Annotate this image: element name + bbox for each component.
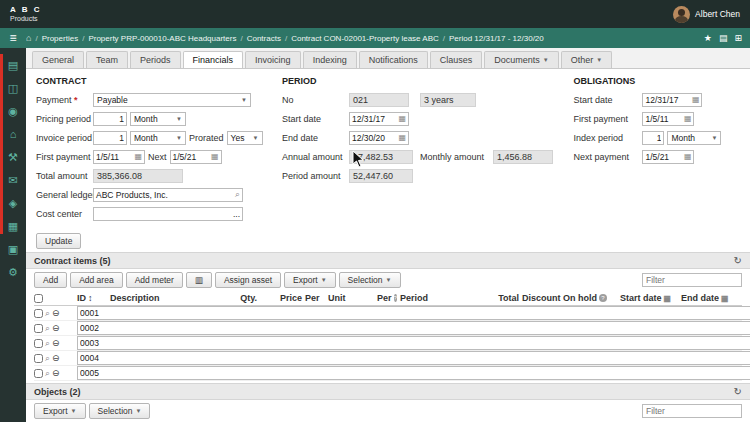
hamburger-menu-icon[interactable]: ≡ bbox=[0, 31, 26, 45]
obligations-start-date[interactable]: 12/31/17▦ bbox=[642, 93, 702, 107]
col-unit[interactable]: Unit bbox=[328, 293, 374, 303]
col-start-date[interactable]: Start date bbox=[620, 293, 662, 303]
tasks-icon[interactable]: ▤ bbox=[8, 60, 18, 71]
calendar-icon[interactable]: ▦ bbox=[684, 152, 692, 161]
print-icon[interactable]: ▤ bbox=[719, 33, 728, 43]
assign-asset-button[interactable]: Assign asset bbox=[215, 272, 281, 288]
magnifier-icon[interactable]: ⌕ bbox=[235, 189, 240, 200]
col-id[interactable]: ID bbox=[77, 293, 86, 303]
item-id-input[interactable] bbox=[77, 321, 750, 335]
general-ledger-field[interactable]: ABC Products, Inc.⌕ bbox=[93, 188, 243, 202]
calendar-icon[interactable]: ▦ bbox=[684, 114, 692, 123]
export-button[interactable]: Export▼ bbox=[284, 272, 336, 288]
payment-select[interactable]: Payable▼ bbox=[93, 93, 251, 107]
breadcrumb-item-period[interactable]: Period 12/31/17 - 12/30/20 bbox=[449, 34, 544, 43]
invoice-period-qty-input[interactable] bbox=[93, 131, 127, 145]
properties-icon[interactable]: ⌂ bbox=[10, 129, 17, 140]
row-checkbox[interactable] bbox=[34, 324, 43, 333]
calendar-icon[interactable]: ▦ bbox=[398, 133, 406, 142]
export-button[interactable]: Export▼ bbox=[34, 403, 86, 419]
remove-icon[interactable]: ⊖ bbox=[52, 338, 60, 348]
refresh-icon[interactable]: ↻ bbox=[734, 386, 742, 397]
col-per2[interactable]: Per bbox=[377, 293, 392, 303]
obligations-next-payment-date[interactable]: 1/5/21▦ bbox=[642, 150, 694, 164]
star-icon[interactable]: ★ bbox=[704, 33, 712, 43]
filter-input[interactable] bbox=[642, 404, 742, 418]
col-discount[interactable]: Discount bbox=[522, 293, 560, 303]
tab-clauses[interactable]: Clauses bbox=[430, 51, 483, 68]
invoice-period-unit-select[interactable]: Month▼ bbox=[130, 131, 186, 145]
item-id-input[interactable] bbox=[77, 306, 750, 320]
add-meter-button[interactable]: Add meter bbox=[126, 272, 183, 288]
tab-team[interactable]: Team bbox=[86, 51, 128, 68]
magnifier-icon[interactable]: ⌕ bbox=[45, 353, 50, 364]
col-per1[interactable]: Per bbox=[305, 293, 325, 303]
pricing-period-unit-select[interactable]: Month▼ bbox=[130, 112, 186, 126]
mail-icon[interactable]: ✉ bbox=[8, 175, 17, 186]
info-icon[interactable]: ? bbox=[394, 294, 397, 302]
calendar-icon[interactable]: ▦ bbox=[692, 95, 700, 104]
user-menu[interactable]: Albert Chen bbox=[673, 6, 740, 23]
magnifier-icon[interactable]: ⌕ bbox=[45, 338, 50, 349]
remove-icon[interactable]: ⊖ bbox=[52, 308, 60, 318]
row-checkbox[interactable] bbox=[34, 339, 43, 348]
remove-icon[interactable]: ⊖ bbox=[52, 353, 60, 363]
select-all-checkbox[interactable] bbox=[34, 294, 43, 303]
magnifier-icon[interactable]: ⌕ bbox=[45, 308, 50, 319]
remove-icon[interactable]: ⊖ bbox=[52, 323, 60, 333]
apps-grid-icon[interactable]: ⊞ bbox=[734, 33, 742, 43]
barcode-button[interactable]: ▥ bbox=[186, 272, 212, 288]
calendar-icon[interactable]: ▦ bbox=[134, 152, 142, 161]
row-checkbox[interactable] bbox=[34, 369, 43, 378]
avatar[interactable] bbox=[673, 6, 690, 23]
tab-invoicing[interactable]: Invoicing bbox=[245, 51, 301, 68]
tab-general[interactable]: General bbox=[32, 51, 84, 68]
col-end-date[interactable]: End date bbox=[681, 293, 719, 303]
breadcrumb-item-contracts[interactable]: Contracts bbox=[247, 34, 281, 43]
update-button[interactable]: Update bbox=[36, 233, 81, 249]
magnifier-icon[interactable]: ⌕ bbox=[45, 323, 50, 334]
col-period[interactable]: Period bbox=[400, 293, 456, 303]
selection-button[interactable]: Selection▼ bbox=[339, 272, 401, 288]
col-on-hold[interactable]: On hold bbox=[563, 293, 597, 303]
next-payment-date[interactable]: 1/5/21▦ bbox=[170, 150, 222, 164]
obligations-first-payment-date[interactable]: 1/5/11▦ bbox=[642, 112, 694, 126]
user-icon[interactable]: ◉ bbox=[8, 106, 18, 117]
contacts-icon[interactable]: ◫ bbox=[8, 83, 18, 94]
row-checkbox[interactable] bbox=[34, 309, 43, 318]
first-payment-date[interactable]: 1/5/11▦ bbox=[93, 150, 145, 164]
col-description[interactable]: Description bbox=[110, 293, 222, 303]
calendar-icon[interactable]: ▦ bbox=[211, 152, 219, 161]
magnifier-icon[interactable]: ⌕ bbox=[45, 368, 50, 379]
item-id-input[interactable] bbox=[77, 351, 750, 365]
col-total[interactable]: Total bbox=[459, 293, 519, 303]
tab-financials[interactable]: Financials bbox=[183, 51, 244, 68]
row-checkbox[interactable] bbox=[34, 354, 43, 363]
tab-notifications[interactable]: Notifications bbox=[359, 51, 428, 68]
ellipsis-icon[interactable]: ... bbox=[233, 209, 240, 219]
col-qty[interactable]: Qty. bbox=[225, 293, 257, 303]
finance-icon[interactable]: ◈ bbox=[9, 198, 17, 209]
apps-icon[interactable]: ▣ bbox=[8, 244, 18, 255]
selection-button[interactable]: Selection▼ bbox=[89, 403, 151, 419]
pricing-period-qty-input[interactable] bbox=[93, 112, 127, 126]
index-period-qty-input[interactable] bbox=[642, 131, 664, 145]
settings-icon[interactable]: ⚙ bbox=[8, 267, 18, 278]
home-icon[interactable]: ⌂ bbox=[26, 33, 31, 43]
breadcrumb-item-contract[interactable]: Contract CON-02001-Property lease ABC bbox=[291, 34, 439, 43]
info-icon[interactable]: ? bbox=[599, 294, 607, 302]
filter-input[interactable] bbox=[642, 273, 742, 287]
tab-other[interactable]: Other▼ bbox=[561, 51, 612, 68]
remove-icon[interactable]: ⊖ bbox=[52, 368, 60, 378]
period-start-date[interactable]: 12/31/17▦ bbox=[349, 112, 409, 126]
cost-center-field[interactable]: ... bbox=[93, 207, 243, 221]
breadcrumb-item-property[interactable]: Property PRP-000010-ABC Headquarters bbox=[88, 34, 236, 43]
tab-indexing[interactable]: Indexing bbox=[303, 51, 357, 68]
add-button[interactable]: Add bbox=[34, 272, 67, 288]
item-id-input[interactable] bbox=[77, 366, 750, 380]
maintenance-icon[interactable]: ⚒ bbox=[8, 152, 18, 163]
period-end-date[interactable]: 12/30/20▦ bbox=[349, 131, 409, 145]
tab-periods[interactable]: Periods bbox=[130, 51, 181, 68]
index-period-unit-select[interactable]: Month▼ bbox=[667, 131, 721, 145]
breadcrumb-item-properties[interactable]: Properties bbox=[42, 34, 78, 43]
